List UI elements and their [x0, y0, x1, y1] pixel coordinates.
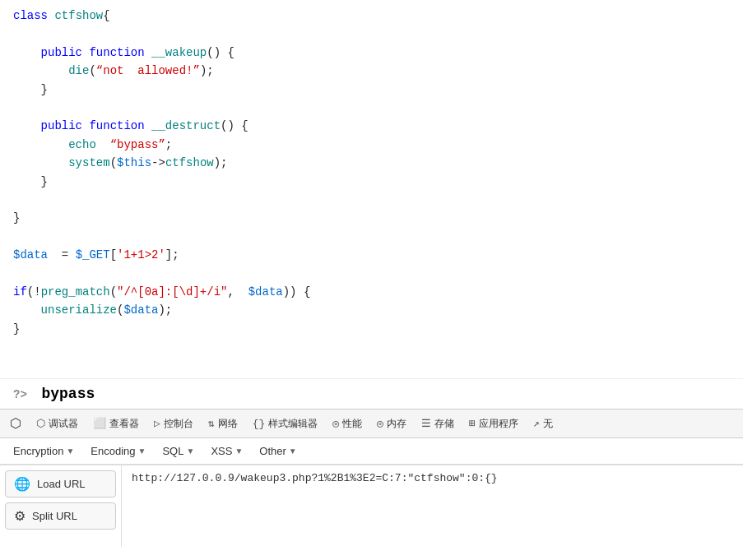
load-url-icon: 🌐 — [14, 476, 30, 492]
code-line: } — [0, 209, 743, 227]
toolbar: Encryption▼Encoding▼SQL▼XSS▼Other▼ — [0, 438, 743, 465]
devtools-icon-0: ⬡ — [36, 417, 45, 430]
toolbar-btn-encoding[interactable]: Encoding▼ — [84, 442, 152, 460]
devtools-item-8[interactable]: ⊞应用程序 — [462, 414, 525, 434]
toolbar-label-4: Other — [259, 445, 286, 457]
toolbar-btn-other[interactable]: Other▼ — [253, 442, 303, 460]
devtools-label-2: 控制台 — [164, 417, 193, 431]
code-line — [0, 228, 743, 246]
load-url-button[interactable]: 🌐 Load URL — [5, 470, 116, 498]
code-line — [0, 25, 743, 43]
devtools-label-5: 性能 — [342, 417, 362, 431]
toolbar-btn-encryption[interactable]: Encryption▼ — [7, 442, 81, 460]
toolbar-label-1: Encoding — [91, 445, 135, 457]
load-url-label: Load URL — [37, 478, 86, 490]
url-display: http://127.0.0.9/wakeup3.php?1%2B1%3E2=C… — [132, 472, 498, 484]
devtools-label-7: 存储 — [434, 417, 454, 431]
toolbar-arrow-1: ▼ — [138, 447, 146, 456]
devtools-label-9: 无 — [543, 417, 553, 431]
code-line: die(“not allowed!”); — [0, 62, 743, 80]
devtools-icon-4: {} — [253, 418, 266, 430]
code-line: } — [0, 173, 743, 191]
toolbar-label-0: Encryption — [13, 445, 63, 457]
devtools-icon-3: ⇅ — [208, 417, 215, 430]
devtools-icon-6: ◎ — [377, 417, 383, 430]
devtools-item-0[interactable]: ⬡调试器 — [30, 414, 85, 434]
devtools-label-6: 内存 — [387, 417, 406, 431]
devtools-item-4[interactable]: {}样式编辑器 — [246, 414, 325, 434]
code-line: echo “bypass”; — [0, 136, 743, 154]
code-line — [0, 99, 743, 117]
code-line — [0, 338, 743, 356]
devtools-label-0: 调试器 — [49, 417, 78, 431]
devtools-item-9[interactable]: ↗无 — [527, 414, 560, 434]
output-area: ?> bypass — [0, 378, 743, 409]
devtools-item-1[interactable]: ⬜查看器 — [86, 414, 146, 434]
toolbar-btn-xss[interactable]: XSS▼ — [204, 442, 249, 460]
output-text: bypass — [41, 386, 95, 402]
devtools-item-7[interactable]: ☰存储 — [415, 414, 461, 434]
devtools-icon-2: ▷ — [154, 417, 160, 430]
devtools-item-2[interactable]: ▷控制台 — [147, 414, 200, 434]
code-line: $data = $_GET['1+1>2']; — [0, 246, 743, 264]
code-line: unserialize($data); — [0, 301, 743, 319]
toolbar-arrow-4: ▼ — [289, 447, 297, 456]
split-url-button[interactable]: ⚙ Split URL — [5, 502, 116, 530]
toolbar-label-3: XSS — [211, 445, 232, 457]
devtools-icon-5: ◎ — [332, 417, 339, 430]
split-url-icon: ⚙ — [14, 508, 26, 524]
toolbar-arrow-0: ▼ — [66, 447, 74, 456]
devtools-label-3: 网络 — [218, 417, 238, 431]
toolbar-label-2: SQL — [162, 445, 183, 457]
left-buttons: 🌐 Load URL ⚙ Split URL — [0, 465, 122, 547]
toolbar-btn-sql[interactable]: SQL▼ — [156, 442, 201, 460]
devtools-icon-1: ⬜ — [93, 417, 106, 430]
code-line: class ctfshow{ — [0, 7, 743, 25]
devtools-item-5[interactable]: ◎性能 — [326, 414, 369, 434]
code-line: if(!preg_match("/^[0a]:[\d]+/i", $data))… — [0, 283, 743, 301]
toolbar-arrow-2: ▼ — [186, 447, 194, 456]
code-line: } — [0, 81, 743, 99]
code-line: public function __destruct() { — [0, 117, 743, 135]
code-line: public function __wakeup() { — [0, 44, 743, 62]
devtools-item-3[interactable]: ⇅网络 — [202, 414, 244, 434]
devtools-icon-8: ⊞ — [469, 417, 476, 430]
devtools-label-8: 应用程序 — [479, 417, 518, 431]
devtools-label-1: 查看器 — [109, 417, 139, 431]
devtools-item-6[interactable]: ◎内存 — [370, 414, 413, 434]
code-line — [0, 264, 743, 282]
url-input-area: http://127.0.0.9/wakeup3.php?1%2B1%3E2=C… — [122, 465, 743, 547]
split-url-label: Split URL — [32, 510, 77, 522]
code-line — [0, 191, 743, 209]
bottom-section: 🌐 Load URL ⚙ Split URL http://127.0.0.9/… — [0, 465, 743, 547]
devtools-inspector[interactable]: ⬡ — [3, 412, 28, 435]
toolbar-arrow-3: ▼ — [235, 447, 243, 456]
code-line: system($this->ctfshow); — [0, 154, 743, 172]
code-line: } — [0, 320, 743, 338]
code-area: class ctfshow{ public function __wakeup(… — [0, 0, 743, 378]
devtools-label-4: 样式编辑器 — [268, 417, 318, 431]
devtools-icon-7: ☰ — [421, 417, 431, 430]
devtools-icon-9: ↗ — [533, 417, 540, 430]
php-close-tag: ?> — [13, 388, 27, 401]
devtools-bar: ⬡⬡调试器⬜查看器▷控制台⇅网络{}样式编辑器◎性能◎内存☰存储⊞应用程序↗无 — [0, 409, 743, 438]
